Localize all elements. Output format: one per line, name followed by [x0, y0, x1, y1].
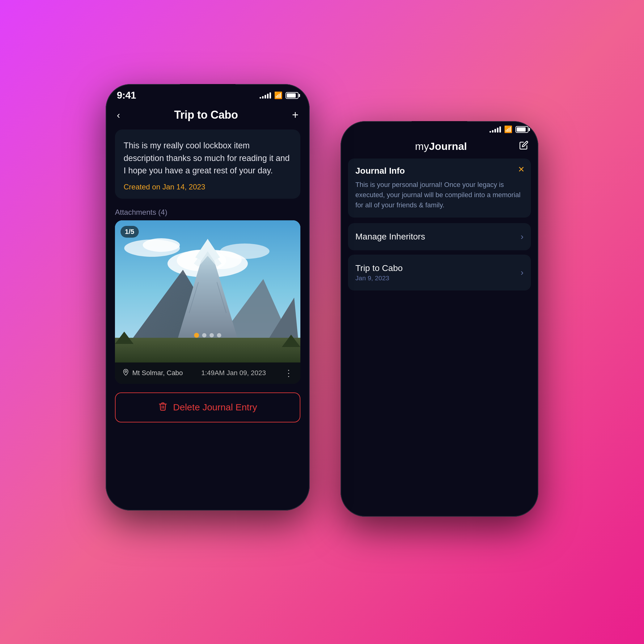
battery-icon-front — [286, 92, 299, 99]
status-icons-front: 📶 — [260, 91, 299, 100]
page-title: Trip to Cabo — [174, 108, 238, 121]
journal-info-close-button[interactable]: ✕ — [518, 165, 525, 174]
notch-back — [412, 121, 467, 132]
wifi-icon-back: 📶 — [504, 125, 512, 133]
manage-inheritors-chevron: › — [521, 232, 523, 242]
delete-journal-entry-button[interactable]: Delete Journal Entry — [115, 392, 300, 422]
notch-front — [180, 84, 235, 95]
phones-container: 📶 myJournal Journal Info ✕ Thi — [106, 59, 538, 585]
phone-front: 9:41 📶 ‹ Trip to Cabo + — [106, 84, 310, 511]
trip-to-cabo-subtitle: Jan 9, 2023 — [355, 274, 403, 282]
delete-icon — [158, 402, 167, 413]
trip-to-cabo-chevron: › — [521, 268, 523, 278]
phone-back: 📶 myJournal Journal Info ✕ Thi — [341, 121, 538, 517]
created-date: Created on Jan 14, 2023 — [124, 183, 292, 191]
trip-to-cabo-title: Trip to Cabo — [355, 263, 403, 273]
location-info: Mt Solmar, Cabo — [122, 369, 183, 377]
signal-icon-front — [260, 92, 271, 99]
journal-info-text: This is your personal journal! Once your… — [355, 180, 523, 210]
svg-point-2 — [143, 238, 180, 252]
attachments-label: Attachments (4) — [106, 202, 310, 220]
more-options-button[interactable]: ⋮ — [284, 368, 293, 378]
wifi-icon-front: 📶 — [274, 91, 282, 100]
description-card: This is my really cool lockbox item desc… — [115, 129, 300, 199]
image-footer: Mt Solmar, Cabo 1:49AM Jan 09, 2023 ⋮ — [115, 362, 300, 384]
status-time: 9:41 — [117, 90, 136, 101]
dot-4 — [217, 333, 221, 337]
back-button[interactable]: ‹ — [117, 109, 120, 121]
image-card: 1/5 Mt So — [115, 220, 300, 384]
svg-rect-15 — [115, 338, 300, 362]
delete-label: Delete Journal Entry — [173, 402, 257, 413]
status-icons-back: 📶 — [489, 125, 528, 133]
description-text: This is my really cool lockbox item desc… — [124, 139, 292, 177]
journal-info-title: Journal Info — [355, 166, 523, 176]
image-dots — [194, 333, 221, 338]
journal-info-card: Journal Info ✕ This is your personal jou… — [348, 159, 531, 218]
location-name: Mt Solmar, Cabo — [132, 369, 183, 377]
image-timestamp: 1:49AM Jan 09, 2023 — [201, 369, 266, 377]
journal-title: myJournal — [415, 140, 467, 152]
journal-nav: myJournal — [341, 135, 538, 159]
svg-point-18 — [125, 371, 127, 372]
nav-bar-front: ‹ Trip to Cabo + — [106, 104, 310, 126]
image-counter: 1/5 — [121, 226, 139, 238]
signal-icon-back — [489, 126, 501, 133]
dot-3 — [210, 333, 214, 337]
journal-title-my: my — [415, 140, 429, 152]
mountain-svg — [115, 220, 300, 362]
battery-icon-back — [515, 126, 528, 133]
add-button[interactable]: + — [292, 108, 299, 121]
edit-icon[interactable] — [519, 141, 528, 152]
journal-title-journal: Journal — [429, 140, 467, 152]
dot-2 — [202, 333, 206, 337]
manage-inheritors-title: Manage Inheritors — [355, 232, 425, 242]
mountain-image: 1/5 — [115, 220, 300, 362]
location-pin-icon — [122, 369, 129, 377]
manage-inheritors-item[interactable]: Manage Inheritors › — [348, 223, 531, 250]
trip-to-cabo-item[interactable]: Trip to Cabo Jan 9, 2023 › — [348, 255, 531, 290]
dot-1 — [194, 333, 199, 338]
